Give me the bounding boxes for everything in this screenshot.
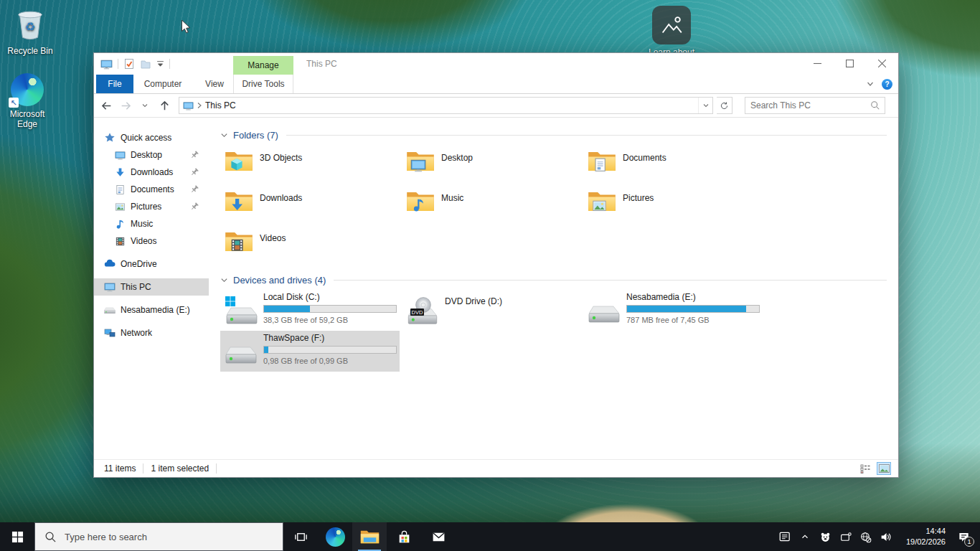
desktop-icon-edge[interactable]: ↖ Microsoft Edge [0,73,57,129]
desktop-icon-label: Recycle Bin [7,46,52,56]
details-view-button[interactable] [858,462,872,475]
sidebar-item-quick-access[interactable]: Quick access [94,129,209,146]
sidebar-item-nesabamedia-drive[interactable]: Nesabamedia (E:) [94,301,209,319]
music-icon [115,219,126,230]
collapse-chevron-icon[interactable] [220,276,228,284]
news-interests-icon[interactable] [776,522,793,551]
taskbar-search-input[interactable] [65,532,251,542]
sidebar-item-music[interactable]: Music [94,215,209,232]
this-pc-window-icon [100,58,113,70]
pin-icon [190,151,199,159]
sidebar-item-downloads[interactable]: Downloads [94,164,209,181]
breadcrumb[interactable]: This PC [205,100,236,110]
folder-tile-videos[interactable]: Videos [220,225,400,265]
recent-locations-chevron-icon[interactable] [137,97,153,114]
refresh-button[interactable] [717,97,732,114]
sidebar-item-desktop[interactable]: Desktop [94,146,209,164]
minimize-button[interactable] [801,53,834,74]
desktop-icon [115,150,126,161]
this-pc-icon [104,281,116,293]
this-pc-icon [183,100,194,111]
volume-icon[interactable] [877,522,894,551]
dvd-drive-icon: DVD [406,296,439,327]
forward-button[interactable] [118,97,133,114]
folder-tile-desktop[interactable]: Desktop [402,145,581,185]
expand-ribbon-chevron-icon[interactable] [866,80,875,88]
properties-button[interactable] [123,58,135,70]
clock-time: 14:44 [925,527,946,535]
pin-icon [190,202,199,211]
taskbar-search-box[interactable] [34,522,283,551]
taskbar-edge-button[interactable] [318,522,352,551]
navigation-pane: Quick access Desktop Downloads Documents [94,118,209,459]
sidebar-item-this-pc[interactable]: This PC [94,278,209,296]
desktop-icon-recycle-bin[interactable]: ♻ Recycle Bin [0,4,60,56]
svg-text:♻: ♻ [25,20,36,34]
drive-tile-nesabamedia-e[interactable]: Nesabamedia (E:) 787 MB free of 7,45 GB [583,290,763,331]
drive-tile-dvd-d[interactable]: DVD DVD Drive (D:) [402,290,581,331]
collapse-chevron-icon[interactable] [220,131,228,139]
taskbar-store-button[interactable] [387,522,421,551]
desktop-icon-learn-about[interactable]: Learn about [641,6,702,57]
edge-icon: ↖ [11,73,44,106]
desktop-wallpaper: ♻ Recycle Bin ↖ Microsoft Edge Learn abo… [0,0,980,551]
address-input[interactable]: This PC [179,97,713,114]
tab-file[interactable]: File [96,75,133,93]
sidebar-item-pictures[interactable]: Pictures [94,198,209,215]
display-device-icon[interactable] [837,522,854,551]
group-header-folders[interactable]: Folders (7) [220,128,898,142]
mouse-cursor [181,20,191,34]
deep-freeze-bear-icon[interactable] [816,522,834,551]
action-center-button[interactable]: 1 [951,522,976,551]
clock-date: 19/02/2026 [906,537,946,546]
tab-computer[interactable]: Computer [133,75,192,93]
help-button[interactable]: ? [882,79,892,90]
search-box[interactable] [745,97,885,114]
local-disk-icon [225,296,258,327]
drives-grid: Local Disk (C:) 38,3 GB free of 59,2 GB [220,290,898,372]
network-offline-icon[interactable] [857,522,874,551]
folder-music-icon [406,189,435,214]
videos-icon [115,236,126,247]
selected-count: 1 item selected [151,463,209,474]
task-view-button[interactable] [283,522,318,551]
folder-tile-pictures[interactable]: Pictures [583,185,763,225]
back-button[interactable] [98,97,114,114]
sidebar-item-onedrive[interactable]: OneDrive [94,255,209,273]
sidebar-item-network[interactable]: Network [94,324,209,342]
thumbnail-view-button[interactable] [877,462,891,475]
taskbar-mail-button[interactable] [421,522,456,551]
task-view-icon [294,530,308,544]
folder-tile-downloads[interactable]: Downloads [220,185,400,225]
search-input[interactable] [745,100,870,110]
drive-tile-thawspace-f[interactable]: ThawSpace (F:) 0,98 GB free of 0,99 GB [220,331,400,372]
network-icon [104,327,116,339]
tab-view[interactable]: View [192,75,237,93]
address-dropdown-button[interactable] [698,98,712,113]
taskbar-clock[interactable]: 14:44 19/02/2026 [897,526,948,547]
folder-tile-documents[interactable]: Documents [583,145,763,185]
sidebar-item-videos[interactable]: Videos [94,232,209,250]
taskbar: 14:44 19/02/2026 1 [0,522,980,551]
close-button[interactable] [866,53,898,74]
customize-qat-button[interactable] [156,60,164,68]
up-button[interactable] [156,97,172,114]
search-icon [44,531,57,543]
start-button[interactable] [0,522,34,551]
sidebar-item-documents[interactable]: Documents [94,181,209,198]
folder-tile-3d-objects[interactable]: 3D Objects [220,145,400,185]
pin-icon [190,168,199,176]
tray-chevron-up-icon[interactable] [796,522,814,551]
manage-contextual-tab[interactable]: Manage [233,56,293,75]
folder-downloads-icon [225,189,253,214]
tab-drive-tools[interactable]: Drive Tools [233,75,293,93]
drive-tile-local-disk-c[interactable]: Local Disk (C:) 38,3 GB free of 59,2 GB [220,290,400,331]
maximize-button[interactable] [834,53,866,74]
taskbar-file-explorer-button[interactable] [352,522,387,551]
search-icon[interactable] [870,100,880,110]
group-header-devices[interactable]: Devices and drives (4) [220,273,898,287]
folder-tile-music[interactable]: Music [402,185,581,225]
title-bar[interactable]: Manage This PC [94,53,898,75]
folder-desktop-icon [406,149,435,174]
new-folder-button[interactable] [140,58,151,70]
